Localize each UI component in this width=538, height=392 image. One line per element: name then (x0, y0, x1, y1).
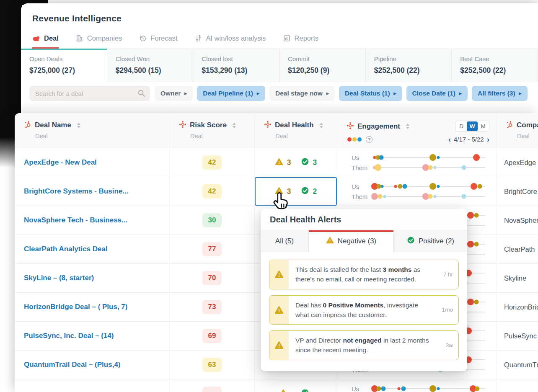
deal-health-cell[interactable]: 32 (255, 177, 337, 206)
deal-name-cell: ApexEdge - New Deal (15, 148, 170, 177)
deal-name-link[interactable]: NovaSphere Tech - Business... (24, 216, 127, 224)
date-next-button[interactable]: › (487, 135, 489, 143)
alert-text: VP and Director not engaged in last 2 mo… (289, 331, 437, 360)
column-subtitle: Deal (190, 133, 254, 139)
deal-health-cell[interactable]: 33 (255, 148, 337, 177)
popup-tab-negative-3[interactable]: Negative (3) (309, 230, 394, 252)
deal-name-cell: HorizonBridge Deal – ( Plus, 7) (15, 293, 170, 321)
column-title: Engagement (357, 122, 400, 131)
cross-icon (264, 121, 272, 130)
risk-score-cell: 30 (170, 206, 255, 235)
risk-score-cell: 63 (170, 351, 255, 379)
popup-tab-label: Negative (3) (338, 237, 377, 245)
filter-chip-all-filters-3[interactable]: All filters (3)▸ (472, 86, 528, 101)
check-icon (407, 236, 415, 246)
sort-arrows[interactable] (77, 123, 80, 128)
engagement-dot (381, 387, 386, 391)
column-title: Company (517, 121, 538, 129)
engagement-them-timeline (373, 196, 485, 197)
warning-triangle-icon (275, 186, 283, 196)
check-circle-icon (301, 389, 309, 392)
engagement-dot (462, 165, 466, 170)
deal-name-link[interactable]: HorizonBridge Deal – ( Plus, 7) (24, 303, 128, 311)
summary-card-value: $120,250 (9) (288, 66, 357, 75)
deal-name-link[interactable]: ApexEdge - New Deal (24, 158, 97, 167)
deal-name-link[interactable]: QuantumTrail Deal – (Plus,4) (24, 361, 121, 369)
risk-score-badge: 77 (202, 242, 222, 256)
engagement-us-timeline (373, 186, 485, 187)
alert-card[interactable]: VP and Director not engaged in last 2 mo… (269, 330, 459, 360)
engagement-us-label: Us (352, 385, 373, 392)
tab-companies[interactable]: Companies (75, 34, 122, 49)
engagement-us-row: Us (352, 384, 488, 392)
search-input[interactable] (29, 86, 150, 101)
company-name: NovaSphere (504, 217, 538, 224)
engagement-dot (429, 154, 436, 161)
granularity-d-button[interactable]: D (456, 121, 467, 131)
granularity-m-button[interactable]: M (478, 121, 489, 131)
engagement-dot (398, 184, 403, 189)
engagement-dot (401, 387, 406, 391)
sort-arrows[interactable] (406, 124, 409, 129)
summary-card-closed-lost[interactable]: Closed lost$153,290 (13) (193, 49, 279, 82)
popup-tabs: All (5)Negative (3)Positive (2) (261, 230, 467, 252)
risk-score-badge: 30 (202, 213, 222, 227)
help-icon[interactable]: ? (366, 136, 372, 143)
filter-chip-label: Deal stage now (275, 90, 323, 97)
date-range-label: 4/17 - 5/22 (454, 136, 484, 143)
deal-search-box[interactable] (29, 86, 150, 101)
alert-card[interactable]: This deal is stalled for the last 3 mont… (269, 260, 459, 289)
engagement-them-row: Them (352, 191, 488, 201)
tab-forecast[interactable]: Forecast (139, 34, 177, 49)
filter-chip-owner[interactable]: Owner▸ (155, 86, 193, 101)
filter-chip-close-date-1[interactable]: Close Date (1)▸ (406, 86, 468, 101)
deal-health-cell[interactable] (255, 379, 337, 392)
company-name: ClearPath (504, 245, 535, 253)
tab-reports[interactable]: Reports (283, 34, 319, 49)
sort-arrows[interactable] (233, 123, 236, 128)
engagement-granularity-toggle: DWM (455, 121, 489, 132)
popup-tab-all-5[interactable]: All (5) (261, 230, 309, 252)
positive-alert-count: 2 (313, 187, 317, 196)
risk-score-badge: 42 (202, 184, 222, 199)
main-nav-tabs: DealCompaniesForecastAI win/loss analysi… (32, 34, 538, 49)
deal-name-cell: NovaSphere Tech - Business... (15, 206, 170, 235)
filter-chip-deal-pipeline-1[interactable]: Deal Pipeline (1)▸ (197, 86, 265, 101)
engagement-us-timeline (373, 157, 485, 158)
filter-chip-label: Owner (160, 90, 181, 97)
filter-chip-deal-stage-now[interactable]: Deal stage now▸ (269, 86, 335, 101)
granularity-w-button[interactable]: W (467, 121, 478, 131)
date-prev-button[interactable]: ‹ (448, 135, 451, 143)
filter-chip-deal-status-1[interactable]: Deal Status (1)▸ (339, 86, 402, 101)
summary-card-best-case[interactable]: Best Case$252,500 (22) (452, 49, 538, 82)
popup-tab-positive-2[interactable]: Positive (2) (394, 230, 467, 252)
deal-name-link[interactable]: SkyLine – (8, starter) (24, 274, 94, 282)
tab-ai-win-loss-analysis[interactable]: AI win/loss analysis (194, 34, 266, 49)
tab-deal[interactable]: Deal (32, 34, 59, 49)
alert-card[interactable]: Deal has 0 Positive Moments, investigate… (269, 295, 459, 325)
summary-card-pipeline[interactable]: Pipeline$252,500 (22) (366, 49, 452, 82)
engagement-dot (437, 185, 440, 188)
deal-name-cell: PulseSync, Inc. Deal – (14) (15, 322, 170, 350)
engagement-dot (471, 183, 477, 190)
filter-chips: Owner▸Deal Pipeline (1)▸Deal stage now▸D… (155, 86, 528, 101)
engagement-them-row: Them (352, 162, 488, 173)
deal-name-cell: BrightCore Systems - Busine... (15, 177, 170, 206)
company-name: Skyline (504, 274, 526, 282)
sort-arrows[interactable] (320, 123, 323, 128)
company-cell: HorizonBridge (497, 293, 538, 321)
summary-card-value: $252,500 (22) (374, 66, 443, 75)
deal-name-link[interactable]: PulseSync, Inc. Deal – (14) (24, 332, 114, 340)
summary-card-closed-won[interactable]: Closed Won$294,500 (15) (107, 49, 194, 82)
column-header-deal-health: Deal HealthDeal (255, 113, 337, 148)
company-name: ApexEdge (504, 159, 536, 167)
deal-name-link[interactable]: BrightCore Systems - Busine... (24, 187, 128, 196)
engagement-dot (475, 387, 480, 391)
tab-deal-icon (32, 35, 40, 42)
legend-dot-0 (347, 137, 352, 142)
summary-card-open-deals[interactable]: Open Deals$725,000 (27) (21, 49, 107, 82)
engagement-dot (473, 154, 480, 161)
deal-name-link[interactable]: ClearPath Analytics Deal (24, 245, 108, 253)
column-header-row: EngagementDWM (347, 121, 489, 132)
summary-card-commit[interactable]: Commit$120,250 (9) (279, 49, 366, 82)
